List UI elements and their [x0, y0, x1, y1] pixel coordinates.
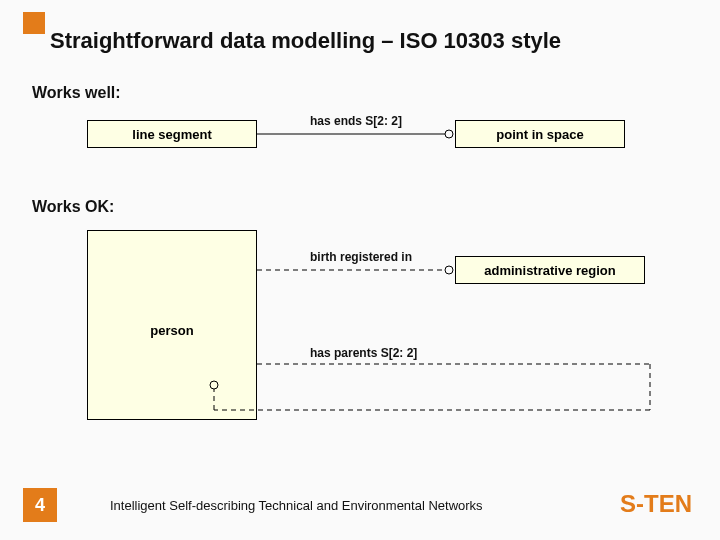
- relation-birth-registered-in-label: birth registered in: [310, 250, 412, 264]
- page-number-block: 4: [23, 488, 57, 522]
- connector-has-ends: [257, 128, 455, 142]
- entity-line-segment-label: line segment: [132, 127, 211, 142]
- entity-administrative-region-label: administrative region: [484, 263, 615, 278]
- connector-has-parents: [200, 360, 660, 430]
- entity-point-in-space: point in space: [455, 120, 625, 148]
- relation-has-parents-label: has parents S[2: 2]: [310, 346, 417, 360]
- title-accent-block: [23, 12, 45, 34]
- footer-tagline: Intelligent Self-describing Technical an…: [110, 498, 483, 513]
- entity-administrative-region: administrative region: [455, 256, 645, 284]
- relation-has-ends-label: has ends S[2: 2]: [310, 114, 402, 128]
- entity-person: person: [87, 230, 257, 420]
- entity-line-segment: line segment: [87, 120, 257, 148]
- page-number: 4: [35, 495, 45, 516]
- page-title: Straightforward data modelling – ISO 103…: [50, 28, 561, 54]
- svg-point-1: [445, 130, 453, 138]
- entity-person-label: person: [150, 323, 193, 338]
- entity-point-in-space-label: point in space: [496, 127, 583, 142]
- connector-birth-registered-in: [257, 264, 455, 278]
- section-works-ok-label: Works OK:: [32, 198, 114, 216]
- section-works-well-label: Works well:: [32, 84, 121, 102]
- svg-point-3: [445, 266, 453, 274]
- brand-logo-text: S-TEN: [620, 490, 692, 518]
